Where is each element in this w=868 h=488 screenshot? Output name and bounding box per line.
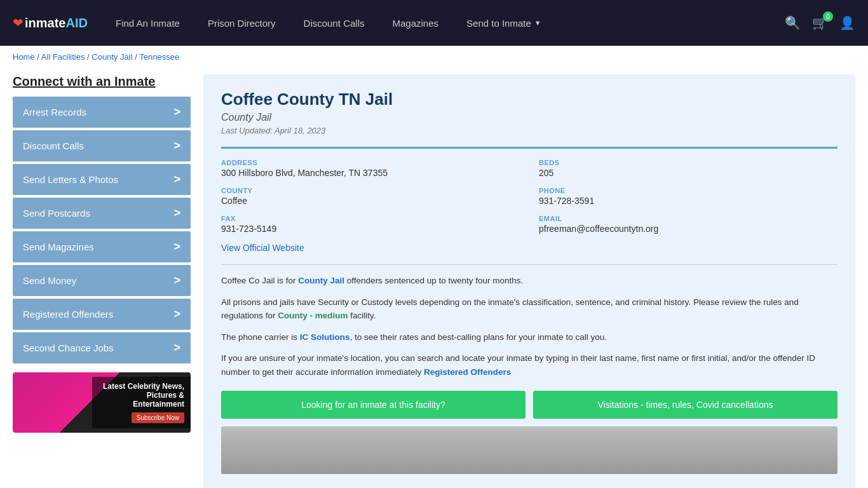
sidebar-title: Connect with an Inmate xyxy=(13,74,191,89)
facility-content: Coffee County TN Jail County Jail Last U… xyxy=(203,74,855,488)
ic-solutions-link[interactable]: IC Solutions xyxy=(300,332,350,342)
sidebar-item-registered-offenders[interactable]: Registered Offenders > xyxy=(13,299,191,330)
logo-icon: ❤ xyxy=(13,15,24,30)
arrow-icon: > xyxy=(173,240,180,254)
nav-magazines[interactable]: Magazines xyxy=(378,0,452,46)
sidebar-ad-content: Latest Celebrity News, Pictures & Entert… xyxy=(92,377,191,428)
sidebar-label: Arrest Records xyxy=(23,107,86,118)
email-value: pfreeman@coffeecountytn.org xyxy=(539,224,837,234)
breadcrumb-all-facilities[interactable]: All Facilities xyxy=(41,52,85,62)
description-section: Coffee Co Jail is for County Jail offend… xyxy=(221,264,837,379)
desc-para-2: All prisons and jails have Security or C… xyxy=(221,295,837,323)
desc-para-3: The phone carrier is IC Solutions, to se… xyxy=(221,330,837,344)
logo-text: inmate xyxy=(25,16,65,30)
sidebar-item-arrest-records[interactable]: Arrest Records > xyxy=(13,97,191,128)
sidebar-item-discount-calls[interactable]: Discount Calls > xyxy=(13,130,191,161)
email-label: EMAIL xyxy=(539,215,837,222)
county-medium-link[interactable]: County - medium xyxy=(278,311,348,320)
sidebar-label: Send Magazines xyxy=(23,241,94,252)
nav-right: 🔍 🛒 0 👤 xyxy=(785,15,855,30)
sidebar-ad: Latest Celebrity News, Pictures & Entert… xyxy=(13,372,191,433)
header: ❤ inmateAID Find An Inmate Prison Direct… xyxy=(0,0,868,46)
address-label: ADDRESS xyxy=(221,159,520,166)
looking-for-inmate-button[interactable]: Looking for an inmate at this facility? xyxy=(221,391,526,419)
search-icon[interactable]: 🔍 xyxy=(785,15,801,30)
info-beds: BEDS 205 xyxy=(539,159,837,178)
fax-label: FAX xyxy=(221,215,520,222)
cart-wrapper[interactable]: 🛒 0 xyxy=(812,15,828,30)
sidebar-item-send-money[interactable]: Send Money > xyxy=(13,265,191,296)
sidebar: Connect with an Inmate Arrest Records > … xyxy=(13,74,191,488)
dropdown-arrow-icon: ▼ xyxy=(534,19,541,27)
facility-title: Coffee County TN Jail xyxy=(221,90,837,109)
info-grid: ADDRESS 300 Hillsboro Blvd, Manchester, … xyxy=(221,147,837,234)
action-buttons: Looking for an inmate at this facility? … xyxy=(221,391,837,419)
sidebar-label: Send Money xyxy=(23,275,76,286)
sidebar-label: Send Letters & Photos xyxy=(23,174,118,185)
sidebar-item-second-chance-jobs[interactable]: Second Chance Jobs > xyxy=(13,332,191,363)
info-phone: PHONE 931-728-3591 xyxy=(539,187,837,206)
sidebar-item-send-postcards[interactable]: Send Postcards > xyxy=(13,198,191,229)
county-jail-link[interactable]: County Jail xyxy=(298,276,344,285)
info-address: ADDRESS 300 Hillsboro Blvd, Manchester, … xyxy=(221,159,520,178)
nav-send-to-inmate[interactable]: Send to Inmate ▼ xyxy=(452,0,555,46)
fax-value: 931-723-5149 xyxy=(221,224,520,234)
breadcrumb-home[interactable]: Home xyxy=(13,52,35,62)
sidebar-label: Send Postcards xyxy=(23,208,90,219)
facility-subtitle: County Jail xyxy=(221,112,837,123)
phone-label: PHONE xyxy=(539,187,837,194)
sidebar-label: Registered Offenders xyxy=(23,309,113,320)
user-icon[interactable]: 👤 xyxy=(839,15,855,30)
sidebar-ad-title: Latest Celebrity News, Pictures & Entert… xyxy=(98,382,184,409)
arrow-icon: > xyxy=(173,308,180,321)
sidebar-ad-subscribe-button[interactable]: Subscribe Now xyxy=(132,412,184,423)
main-nav: Find An Inmate Prison Directory Discount… xyxy=(102,0,785,46)
phone-value: 931-728-3591 xyxy=(539,196,837,206)
breadcrumb: Home / All Facilities / County Jail / Te… xyxy=(0,46,868,68)
official-website-link[interactable]: View Official Website xyxy=(221,243,304,253)
nav-discount-calls[interactable]: Discount Calls xyxy=(290,0,379,46)
address-value: 300 Hillsboro Blvd, Manchester, TN 37355 xyxy=(221,168,520,178)
registered-offenders-link[interactable]: Registered Offenders xyxy=(424,367,511,377)
county-value: Coffee xyxy=(221,196,520,206)
county-label: COUNTY xyxy=(221,187,520,194)
desc-para-1: Coffee Co Jail is for County Jail offend… xyxy=(221,274,837,288)
info-fax: FAX 931-723-5149 xyxy=(221,215,520,234)
facility-updated: Last Updated: April 18, 2023 xyxy=(221,126,837,135)
sidebar-label: Second Chance Jobs xyxy=(23,342,114,353)
desc-para-4: If you are unsure of your inmate's locat… xyxy=(221,351,837,379)
breadcrumb-county-jail[interactable]: County Jail xyxy=(92,52,132,62)
bottom-image xyxy=(221,426,837,474)
sidebar-item-send-letters[interactable]: Send Letters & Photos > xyxy=(13,164,191,195)
arrow-icon: > xyxy=(173,139,180,152)
nav-find-inmate[interactable]: Find An Inmate xyxy=(102,0,194,46)
logo-aid: AID xyxy=(65,16,87,30)
arrow-icon: > xyxy=(173,341,180,355)
sidebar-menu: Arrest Records > Discount Calls > Send L… xyxy=(13,97,191,363)
info-email: EMAIL pfreeman@coffeecountytn.org xyxy=(539,215,837,234)
beds-label: BEDS xyxy=(539,159,837,166)
sidebar-item-send-magazines[interactable]: Send Magazines > xyxy=(13,231,191,262)
arrow-icon: > xyxy=(173,274,180,287)
nav-prison-directory[interactable]: Prison Directory xyxy=(194,0,290,46)
cart-badge: 0 xyxy=(823,11,833,22)
visitations-button[interactable]: Visitations - times, rules, Covid cancel… xyxy=(533,391,837,419)
info-county: COUNTY Coffee xyxy=(221,187,520,206)
arrow-icon: > xyxy=(173,207,180,220)
main-layout: Connect with an Inmate Arrest Records > … xyxy=(0,68,868,488)
sidebar-label: Discount Calls xyxy=(23,140,84,151)
logo-area[interactable]: ❤ inmateAID xyxy=(13,15,102,30)
arrow-icon: > xyxy=(173,173,180,186)
breadcrumb-tennessee[interactable]: Tennessee xyxy=(139,52,179,62)
arrow-icon: > xyxy=(173,105,180,119)
beds-value: 205 xyxy=(539,168,837,178)
